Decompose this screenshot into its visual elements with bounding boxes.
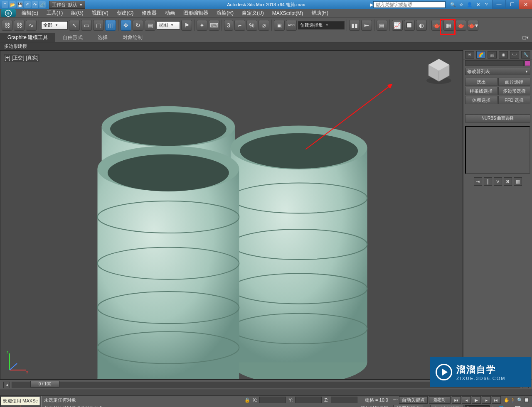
window-crossing-icon[interactable]: ◫: [105, 20, 116, 31]
tab-display-icon[interactable]: 🖵: [510, 51, 519, 59]
link-tool-icon[interactable]: ⛓: [2, 20, 12, 31]
tab-modify-icon[interactable]: 🌈: [476, 51, 485, 59]
move-tool-icon[interactable]: ✥: [121, 20, 131, 31]
edit-sel-set-icon[interactable]: ▣: [274, 20, 285, 31]
btn-nurbs[interactable]: NURBS 曲面选择: [465, 114, 530, 123]
menu-help[interactable]: 帮助(H): [307, 9, 332, 17]
btn-extrude[interactable]: 抚出: [465, 78, 498, 86]
menu-edit[interactable]: 编辑(E): [17, 9, 42, 17]
save-file-icon[interactable]: 💾: [17, 1, 23, 8]
unlink-tool-icon[interactable]: ⛓: [14, 20, 25, 31]
menu-animation[interactable]: 动画: [161, 9, 179, 17]
play-icon[interactable]: ▶: [472, 396, 481, 404]
auto-key-button[interactable]: 自动关键点: [399, 396, 428, 404]
sub-ribbon-polymodel[interactable]: 多边形建模: [0, 43, 31, 49]
coord-x-input[interactable]: [259, 397, 286, 403]
align-icon[interactable]: ⇤: [361, 20, 372, 31]
object-name-input[interactable]: [465, 60, 524, 66]
modifier-list-dropdown[interactable]: 修改器列表 ▼: [465, 68, 530, 75]
keyboard-shortcuts-icon[interactable]: ⌨: [209, 20, 219, 31]
unique-icon[interactable]: Ⅴ: [494, 177, 502, 186]
nav-zoom-icon[interactable]: 🔍: [517, 397, 523, 403]
help-search-icon[interactable]: 🔍: [450, 1, 456, 8]
key-filters-button[interactable]: 关键点过滤器: [430, 405, 463, 407]
modifier-stack[interactable]: [465, 126, 530, 174]
maximize-button[interactable]: ☐: [505, 0, 519, 9]
btn-volume-select[interactable]: 体积选择: [465, 96, 498, 104]
select-name-icon[interactable]: ▭: [81, 20, 92, 31]
tab-motion-icon[interactable]: ◉: [499, 51, 508, 59]
viewport[interactable]: [+] [正交] [真实]: [0, 50, 463, 380]
viewcube[interactable]: [424, 56, 453, 86]
current-frame-input[interactable]: [465, 405, 490, 407]
frame-prev-icon[interactable]: ◂: [3, 382, 10, 388]
key-icon[interactable]: ⬿: [393, 397, 398, 402]
nav-pan-icon[interactable]: ✋: [504, 397, 510, 403]
scale-tool-icon[interactable]: ▤: [145, 20, 155, 31]
select-region-icon[interactable]: ▢: [93, 20, 104, 31]
btn-ffd-select[interactable]: FFD 选择: [498, 96, 531, 104]
app-button[interactable]: G: [1, 9, 16, 17]
help-icon[interactable]: ?: [483, 1, 490, 8]
tab-create-icon[interactable]: ✳: [465, 51, 474, 59]
minimize-button[interactable]: —: [492, 0, 505, 9]
menu-group[interactable]: 组(G): [67, 9, 87, 17]
nav-fov-icon[interactable]: 🔲: [524, 397, 530, 403]
menu-modifier[interactable]: 修改器: [138, 9, 161, 17]
remove-mod-icon[interactable]: ✖: [504, 177, 512, 186]
time-slider-head[interactable]: 0 / 100: [30, 381, 59, 387]
redo-icon[interactable]: ↷: [32, 1, 38, 8]
menu-view[interactable]: 视图(V): [88, 9, 113, 17]
rotate-tool-icon[interactable]: ↻: [133, 20, 143, 31]
workspace-dropdown[interactable]: 工作台: 默认 ▾: [49, 1, 85, 9]
next-frame-icon[interactable]: ▸: [482, 396, 491, 404]
selected-obj-button[interactable]: 选定对: [429, 396, 451, 404]
tab-utility-icon[interactable]: 🔧: [521, 51, 530, 59]
select-manip-icon[interactable]: ✦: [197, 20, 207, 31]
spinner-snap-icon[interactable]: ⌀: [259, 20, 269, 31]
menu-maxscript[interactable]: MAXScript(M): [268, 9, 308, 17]
render-production-icon[interactable]: 🫖: [456, 20, 466, 31]
pivot-center-icon[interactable]: ⚑: [181, 20, 192, 31]
lock-selection-icon[interactable]: 🔒: [244, 397, 250, 403]
menu-tools[interactable]: 工具(T): [42, 9, 67, 17]
btn-poly-select[interactable]: 多边形选择: [498, 87, 531, 95]
menu-render[interactable]: 渲染(R): [212, 9, 238, 17]
percent-snap-icon[interactable]: %: [246, 20, 257, 31]
layer-manager-icon[interactable]: ▤: [377, 20, 387, 31]
show-end-icon[interactable]: ║: [484, 177, 492, 186]
search-input[interactable]: [373, 1, 446, 8]
goto-start-icon[interactable]: ⏮: [452, 396, 461, 404]
coord-y-input[interactable]: [295, 397, 322, 403]
new-file-icon[interactable]: 🗋: [2, 1, 8, 8]
signin-icon[interactable]: 👤: [466, 1, 473, 8]
add-time-tag[interactable]: 添加时间标记: [361, 405, 388, 407]
search-btn-icon[interactable]: ▶: [370, 2, 373, 7]
menu-grapheditor[interactable]: 图形编辑器: [179, 9, 212, 17]
btn-face-select[interactable]: 面片选择: [498, 78, 531, 86]
menu-create[interactable]: 创建(C): [113, 9, 138, 17]
ribbon-collapse-icon[interactable]: ▢▾: [519, 35, 532, 40]
time-ruler[interactable]: [0, 390, 532, 395]
tab-hierarchy-icon[interactable]: 品: [488, 51, 497, 59]
comm-icon[interactable]: ☆: [458, 1, 465, 8]
ribbon-tab-graphite[interactable]: Graphite 建模工具: [0, 33, 55, 42]
coord-system-dropdown[interactable]: 视图▼: [157, 21, 180, 29]
goto-end-icon[interactable]: ⏭: [492, 396, 501, 404]
named-selection-dropdown[interactable]: 创建选择集▼: [298, 21, 345, 29]
mirror-icon[interactable]: ▮▮: [349, 20, 360, 31]
selection-filter-dropdown[interactable]: 全部▼: [41, 21, 68, 29]
bind-space-icon[interactable]: ∿: [26, 20, 37, 31]
nav-walk-icon[interactable]: 🚶: [510, 397, 516, 403]
ribbon-tab-select[interactable]: 选择: [90, 33, 115, 42]
config-icon[interactable]: ▦: [514, 177, 522, 186]
object-color-swatch[interactable]: [525, 60, 530, 66]
schematic-icon[interactable]: 🔲: [404, 20, 415, 31]
ribbon-tab-paint[interactable]: 对象绘制: [115, 33, 150, 42]
ribbon-tab-freeform[interactable]: 自由形式: [55, 33, 90, 42]
snap-3d-icon[interactable]: 3: [224, 20, 233, 31]
btn-spline-select[interactable]: 样条线选择: [465, 87, 498, 95]
teapot-dropdown-icon[interactable]: 🫖▾: [468, 20, 478, 31]
material-editor-icon[interactable]: ◐: [416, 20, 427, 31]
set-key-button[interactable]: 设置关键点: [393, 405, 423, 407]
